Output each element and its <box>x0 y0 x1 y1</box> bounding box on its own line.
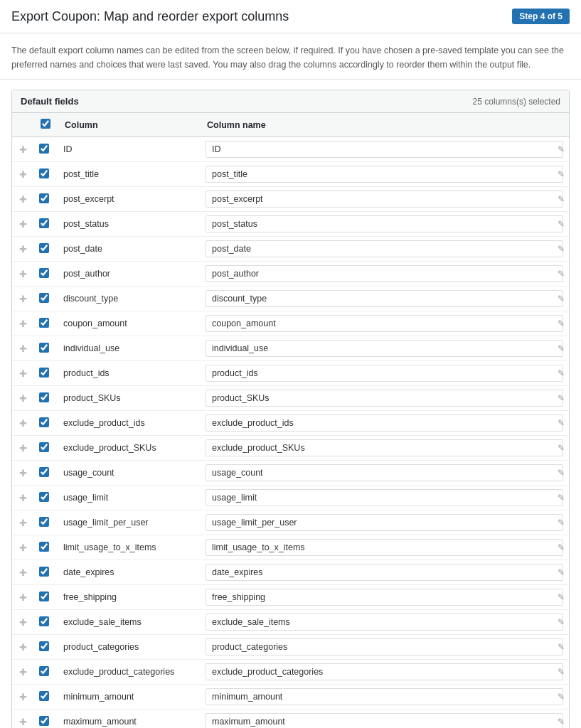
drag-handle[interactable]: ✚ <box>12 510 33 535</box>
row-checkbox[interactable] <box>39 691 49 701</box>
column-name-input[interactable] <box>206 589 563 606</box>
check-all-checkbox[interactable] <box>41 119 50 129</box>
row-checkbox[interactable] <box>39 293 49 303</box>
row-checkbox[interactable] <box>39 492 49 502</box>
drag-handle[interactable]: ✚ <box>12 287 33 311</box>
column-name-input[interactable] <box>206 663 563 680</box>
row-checkbox[interactable] <box>39 567 49 577</box>
row-checkbox[interactable] <box>39 666 49 676</box>
row-checkbox[interactable] <box>39 442 49 452</box>
edit-icon[interactable]: ✎ <box>558 244 565 254</box>
edit-icon[interactable]: ✎ <box>558 468 565 478</box>
row-checkbox[interactable] <box>39 641 49 651</box>
drag-handle[interactable]: ✚ <box>12 585 33 610</box>
row-checkbox[interactable] <box>39 467 49 477</box>
edit-icon[interactable]: ✎ <box>558 368 565 378</box>
drag-handle[interactable]: ✚ <box>12 187 33 212</box>
edit-icon[interactable]: ✎ <box>558 518 565 528</box>
column-name-input[interactable] <box>206 464 563 481</box>
drag-handle[interactable]: ✚ <box>12 660 33 685</box>
column-name-input[interactable] <box>206 166 563 183</box>
edit-icon[interactable]: ✎ <box>558 194 565 204</box>
row-checkbox[interactable] <box>39 243 49 253</box>
edit-icon[interactable]: ✎ <box>558 418 565 428</box>
row-checkbox[interactable] <box>39 168 49 178</box>
column-name-input[interactable] <box>206 638 563 655</box>
table-row: ✚post_date✎ <box>12 237 569 262</box>
column-name-input[interactable] <box>206 614 563 631</box>
row-checkbox[interactable] <box>39 616 49 626</box>
drag-handle[interactable]: ✚ <box>12 635 33 660</box>
edit-icon[interactable]: ✎ <box>558 393 565 403</box>
row-checkbox[interactable] <box>39 268 49 278</box>
edit-icon[interactable]: ✎ <box>558 318 565 328</box>
column-name-input[interactable] <box>206 290 563 307</box>
column-name-input[interactable] <box>206 688 563 705</box>
column-name-input[interactable] <box>206 489 563 506</box>
column-name-input[interactable] <box>206 439 563 456</box>
drag-handle[interactable]: ✚ <box>12 685 33 710</box>
edit-icon[interactable]: ✎ <box>558 269 565 279</box>
drag-handle[interactable]: ✚ <box>12 237 33 262</box>
row-checkbox[interactable] <box>39 542 49 552</box>
row-checkbox[interactable] <box>39 318 49 328</box>
column-name-input[interactable] <box>206 215 563 232</box>
edit-icon[interactable]: ✎ <box>558 443 565 453</box>
edit-icon[interactable]: ✎ <box>558 169 565 179</box>
column-name-input[interactable] <box>206 539 563 556</box>
edit-icon[interactable]: ✎ <box>558 219 565 229</box>
edit-icon[interactable]: ✎ <box>558 294 565 304</box>
row-checkbox[interactable] <box>39 343 49 353</box>
column-name-input[interactable] <box>206 365 563 382</box>
drag-handle[interactable]: ✚ <box>12 535 33 560</box>
row-checkbox[interactable] <box>39 193 49 203</box>
drag-handle[interactable]: ✚ <box>12 311 33 336</box>
row-checkbox[interactable] <box>39 144 49 154</box>
drag-handle[interactable]: ✚ <box>12 411 33 436</box>
column-name-input[interactable] <box>206 315 563 332</box>
column-name-input[interactable] <box>206 240 563 257</box>
edit-icon[interactable]: ✎ <box>558 493 565 503</box>
row-checkbox[interactable] <box>39 417 49 427</box>
drag-handle[interactable]: ✚ <box>12 212 33 237</box>
table-row: ✚product_ids✎ <box>12 361 569 386</box>
column-name-input[interactable] <box>206 713 563 728</box>
drag-handle[interactable]: ✚ <box>12 162 33 187</box>
edit-icon[interactable]: ✎ <box>558 692 565 702</box>
drag-handle[interactable]: ✚ <box>12 386 33 411</box>
drag-handle[interactable]: ✚ <box>12 262 33 287</box>
drag-handle[interactable]: ✚ <box>12 486 33 510</box>
column-name-input[interactable] <box>206 564 563 581</box>
row-checkbox[interactable] <box>39 517 49 527</box>
row-checkbox[interactable] <box>39 218 49 228</box>
drag-handle[interactable]: ✚ <box>12 361 33 386</box>
edit-icon[interactable]: ✎ <box>558 567 565 577</box>
row-checkbox[interactable] <box>39 392 49 402</box>
edit-icon[interactable]: ✎ <box>558 592 565 602</box>
edit-icon[interactable]: ✎ <box>558 343 565 353</box>
drag-handle[interactable]: ✚ <box>12 137 33 162</box>
column-name-input[interactable] <box>206 265 563 282</box>
edit-icon[interactable]: ✎ <box>558 717 565 727</box>
edit-icon[interactable]: ✎ <box>558 667 565 677</box>
edit-icon[interactable]: ✎ <box>558 542 565 552</box>
row-checkbox[interactable] <box>39 592 49 601</box>
drag-handle[interactable]: ✚ <box>12 610 33 635</box>
drag-handle[interactable]: ✚ <box>12 461 33 486</box>
drag-handle[interactable]: ✚ <box>12 710 33 729</box>
column-name-input[interactable] <box>206 141 563 158</box>
edit-icon[interactable]: ✎ <box>558 642 565 652</box>
column-name-input[interactable] <box>206 390 563 407</box>
row-checkbox[interactable] <box>39 716 49 726</box>
drag-handle[interactable]: ✚ <box>12 336 33 361</box>
edit-icon[interactable]: ✎ <box>558 617 565 627</box>
column-name-input[interactable] <box>206 414 563 432</box>
edit-icon[interactable]: ✎ <box>558 144 565 154</box>
column-name-input[interactable] <box>206 191 563 208</box>
column-name-input[interactable] <box>206 340 563 357</box>
column-name-input[interactable] <box>206 514 563 531</box>
drag-handle[interactable]: ✚ <box>12 436 33 461</box>
drag-handle[interactable]: ✚ <box>12 560 33 585</box>
column-label: post_date <box>58 237 200 262</box>
row-checkbox[interactable] <box>39 368 49 378</box>
